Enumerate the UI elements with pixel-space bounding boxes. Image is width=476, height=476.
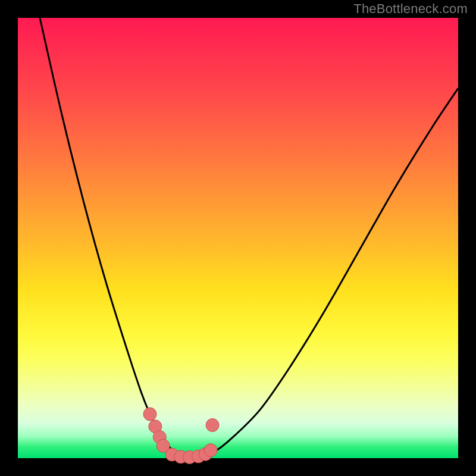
marker-dot bbox=[143, 408, 156, 421]
right-curve bbox=[203, 88, 458, 458]
chart-frame: TheBottleneck.com bbox=[0, 0, 476, 476]
marker-cluster bbox=[143, 408, 219, 464]
left-curve bbox=[40, 18, 185, 458]
watermark-text: TheBottleneck.com bbox=[353, 1, 468, 17]
marker-dot bbox=[206, 419, 219, 432]
marker-dot bbox=[204, 444, 217, 457]
chart-svg bbox=[18, 18, 458, 458]
